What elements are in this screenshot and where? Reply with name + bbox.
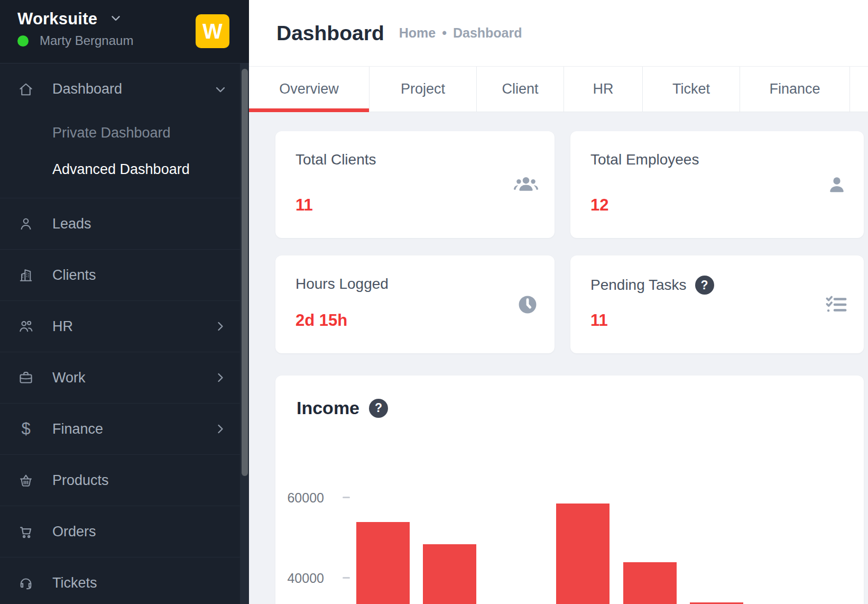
- breadcrumb-separator: •: [442, 25, 447, 41]
- sidebar-item-label: Clients: [52, 267, 96, 283]
- breadcrumb-current: Dashboard: [453, 25, 522, 41]
- breadcrumb-home[interactable]: Home: [399, 25, 436, 41]
- tab-project[interactable]: Project: [370, 67, 477, 112]
- sidebar-item-label: Tickets: [52, 575, 97, 591]
- tab-hr[interactable]: HR: [564, 67, 643, 112]
- y-axis-tick: 60000: [275, 490, 324, 505]
- basket-icon: [17, 472, 34, 489]
- tab-finance[interactable]: Finance: [740, 67, 850, 112]
- briefcase-icon: [17, 369, 34, 386]
- sidebar-item-hr[interactable]: HR: [0, 300, 249, 352]
- chevron-right-icon: [213, 370, 228, 385]
- page-header: Dashboard Home • Dashboard: [249, 0, 868, 66]
- current-user[interactable]: Marty Bergnaum: [17, 33, 133, 48]
- sidebar-item-dashboard[interactable]: Dashboard: [0, 63, 249, 115]
- sidebar: Worksuite Marty Bergnaum W Dashboard Pri…: [0, 0, 249, 604]
- sidebar-item-clients[interactable]: Clients: [0, 249, 249, 300]
- income-bar: [623, 562, 677, 604]
- card-title: Pending Tasks ?: [590, 276, 848, 295]
- dollar-icon: $: [17, 420, 34, 437]
- home-icon: [17, 81, 34, 98]
- card-title-text: Pending Tasks: [590, 277, 687, 294]
- app-logo: W: [196, 14, 229, 48]
- sidebar-item-private-dashboard[interactable]: Private Dashboard: [0, 115, 249, 151]
- page-title: Dashboard: [276, 22, 384, 45]
- total-employees-value: 12: [590, 196, 848, 215]
- pending-tasks-card: Pending Tasks ? 11: [570, 255, 864, 353]
- income-card: Income ? 6000040000: [275, 376, 864, 604]
- y-axis-tick: 40000: [275, 571, 324, 585]
- dashboard-tabbar: Overview Project Client HR Ticket Financ…: [249, 66, 868, 112]
- sidebar-item-advanced-dashboard[interactable]: Advanced Dashboard: [0, 151, 249, 188]
- total-clients-card: Total Clients 11: [275, 131, 555, 238]
- tab-partial[interactable]: [850, 67, 868, 112]
- user-icon: [826, 173, 848, 196]
- sidebar-item-work[interactable]: Work: [0, 352, 249, 403]
- sidebar-item-tickets[interactable]: Tickets: [0, 557, 249, 604]
- chevron-right-icon: [213, 319, 228, 334]
- dashboard-submenu: Private Dashboard Advanced Dashboard: [0, 115, 249, 198]
- card-title: Total Employees: [590, 151, 848, 168]
- sidebar-item-label: Leads: [52, 216, 91, 232]
- sidebar-item-label: Finance: [52, 421, 103, 437]
- help-icon[interactable]: ?: [369, 399, 388, 418]
- workspace-switcher[interactable]: Worksuite: [17, 10, 123, 29]
- income-bar: [423, 544, 476, 604]
- sidebar-item-label: Orders: [52, 524, 96, 540]
- user-name: Marty Bergnaum: [40, 33, 133, 48]
- sidebar-item-label: Products: [52, 472, 109, 489]
- hours-logged-value: 2d 15h: [296, 311, 539, 330]
- card-title: Hours Logged: [296, 276, 539, 292]
- income-bar: [556, 504, 610, 604]
- tab-client[interactable]: Client: [477, 67, 564, 112]
- sidebar-header: Worksuite Marty Bergnaum W: [0, 0, 249, 63]
- online-status-icon: [17, 35, 29, 47]
- sidebar-item-orders[interactable]: Orders: [0, 506, 249, 557]
- users-icon: [17, 318, 34, 335]
- pending-tasks-value: 11: [590, 311, 848, 330]
- tab-ticket[interactable]: Ticket: [643, 67, 740, 112]
- total-clients-value: 11: [296, 196, 539, 215]
- income-bar: [356, 522, 410, 604]
- help-icon[interactable]: ?: [695, 276, 714, 295]
- income-header: Income ?: [297, 398, 388, 418]
- income-bar: [690, 602, 743, 604]
- y-axis-tick-mark: [343, 577, 350, 579]
- tab-overview[interactable]: Overview: [249, 67, 370, 112]
- headset-icon: [17, 574, 34, 591]
- cart-icon: [17, 523, 34, 540]
- sidebar-scrollbar-thumb[interactable]: [242, 69, 248, 476]
- building-icon: [17, 267, 34, 283]
- sidebar-item-label: Work: [52, 370, 86, 386]
- clock-icon: [516, 294, 539, 316]
- chevron-right-icon: [213, 422, 228, 436]
- sidebar-item-label: Dashboard: [52, 81, 122, 97]
- chevron-down-icon: [109, 11, 123, 27]
- y-axis-tick-mark: [343, 497, 350, 498]
- checklist-icon: [825, 294, 848, 315]
- sidebar-item-finance[interactable]: $ Finance: [0, 403, 249, 454]
- sidebar-item-label: HR: [52, 318, 73, 335]
- sidebar-nav: Dashboard Private Dashboard Advanced Das…: [0, 63, 249, 604]
- card-title: Total Clients: [296, 151, 539, 168]
- sidebar-item-leads[interactable]: Leads: [0, 198, 249, 249]
- hours-logged-card: Hours Logged 2d 15h: [275, 255, 555, 353]
- y-axis-tick-label: 60000: [275, 490, 324, 506]
- brand-name: Worksuite: [17, 10, 97, 29]
- chevron-down-icon: [213, 82, 228, 97]
- sidebar-scrollbar-track[interactable]: [240, 63, 249, 604]
- total-employees-card: Total Employees 12: [570, 131, 864, 238]
- person-icon: [17, 215, 34, 232]
- users-group-icon: [513, 173, 539, 196]
- income-title: Income: [297, 398, 359, 418]
- sidebar-item-products[interactable]: Products: [0, 454, 249, 506]
- y-axis-tick-label: 40000: [275, 571, 324, 586]
- breadcrumb: Home • Dashboard: [399, 25, 522, 41]
